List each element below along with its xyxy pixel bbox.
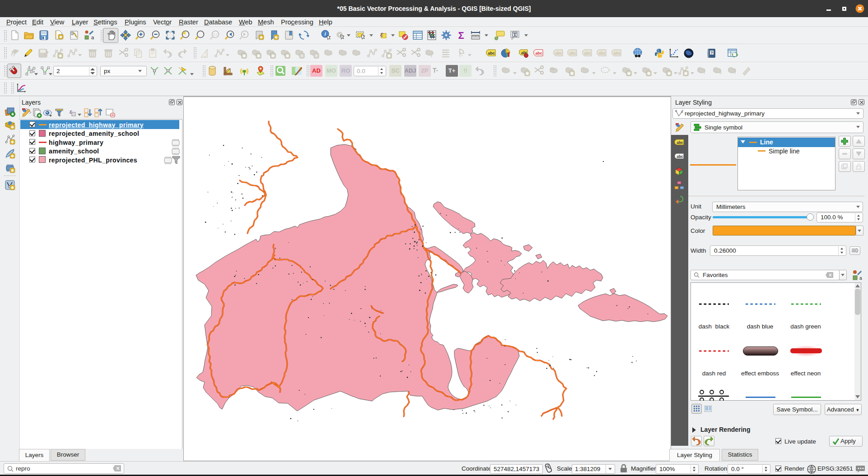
svg-text:T: T bbox=[513, 32, 517, 37]
svg-text:abc: abc bbox=[598, 51, 606, 55]
svg-text:1:1: 1:1 bbox=[213, 33, 218, 36]
svg-text:✽: ✽ bbox=[11, 140, 14, 144]
svg-text:ε: ε bbox=[380, 30, 383, 38]
svg-text:✽: ✽ bbox=[59, 35, 63, 39]
svg-text:✽: ✽ bbox=[570, 71, 574, 76]
svg-text:a: a bbox=[859, 276, 862, 280]
svg-text:✽: ✽ bbox=[627, 71, 631, 76]
svg-text:✽: ✽ bbox=[59, 54, 62, 58]
svg-text:✽: ✽ bbox=[684, 71, 688, 76]
svg-text:✽: ✽ bbox=[243, 54, 246, 58]
svg-text:f: f bbox=[704, 70, 705, 75]
svg-text:f: f bbox=[734, 70, 736, 75]
svg-text:✽: ✽ bbox=[260, 35, 263, 40]
svg-text:✕: ✕ bbox=[300, 54, 304, 58]
svg-text:✽: ✽ bbox=[271, 54, 275, 58]
svg-text:✽: ✽ bbox=[275, 35, 278, 40]
svg-text:✽: ✽ bbox=[286, 54, 289, 58]
svg-text:d: d bbox=[719, 70, 722, 75]
svg-text:?: ? bbox=[710, 51, 713, 55]
svg-text:abc: abc bbox=[677, 154, 683, 159]
svg-text:✽: ✽ bbox=[11, 125, 14, 129]
svg-text:✽: ✽ bbox=[11, 154, 14, 158]
svg-text:✕: ✕ bbox=[315, 54, 318, 58]
svg-text:abc: abc bbox=[613, 51, 621, 55]
svg-text:abc: abc bbox=[555, 51, 562, 55]
svg-text:✽: ✽ bbox=[647, 71, 651, 76]
svg-text:✽: ✽ bbox=[526, 71, 529, 76]
svg-text:✽: ✽ bbox=[667, 71, 671, 76]
svg-text:abc: abc bbox=[569, 51, 576, 55]
svg-text:✽: ✽ bbox=[257, 54, 261, 58]
svg-text:✽: ✽ bbox=[11, 185, 14, 190]
svg-text:a: a bbox=[91, 35, 94, 40]
svg-text:abc: abc bbox=[488, 51, 495, 55]
svg-text:Σ: Σ bbox=[458, 30, 464, 41]
svg-text:abc: abc bbox=[535, 51, 542, 55]
svg-text:✽: ✽ bbox=[11, 168, 14, 173]
svg-text:abc: abc bbox=[677, 140, 683, 145]
svg-text:✽: ✽ bbox=[387, 54, 391, 58]
svg-text:abc: abc bbox=[584, 51, 591, 55]
